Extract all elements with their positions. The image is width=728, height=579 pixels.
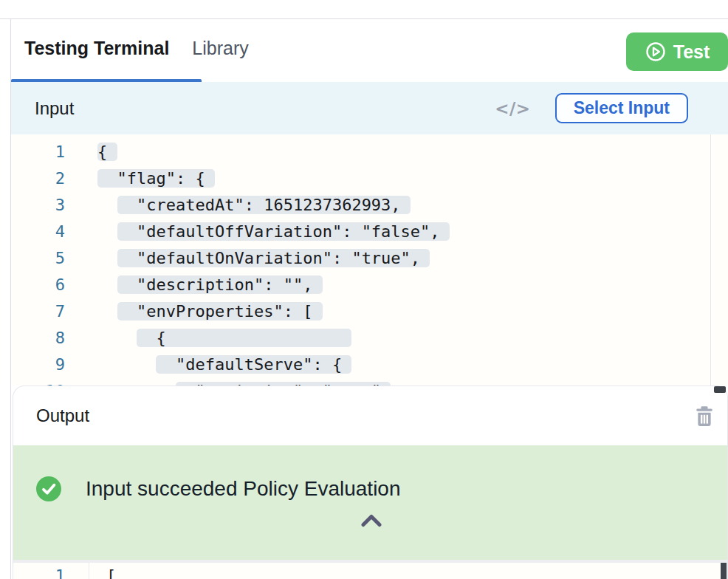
code-line-6[interactable]: 6 "description": "", [11,272,728,298]
chevron-up-icon[interactable] [359,512,384,530]
input-scrollbar-thumb[interactable] [714,386,726,393]
line-number: 6 [11,272,65,298]
line-number: 10 [11,378,65,386]
code-text: "createdAt": 1651237362993, [65,192,411,219]
tab-library[interactable]: Library [192,37,248,59]
code-text: "flag": { [65,165,215,192]
test-button-label: Test [673,41,710,63]
check-circle-icon [36,476,61,501]
line-number: 1 [13,563,89,579]
code-line-1[interactable]: 1{ [11,139,728,165]
success-banner: Input succeeded Policy Evaluation [13,445,728,560]
code-line-2[interactable]: 2 "flag": { [11,165,728,192]
tab-bar: Testing Terminal Library [24,37,249,59]
code-line-5[interactable]: 5 "defaultOnVariation": "true", [11,245,728,272]
success-message: Input succeeded Policy Evaluation [86,477,401,501]
testing-terminal-page: Testing Terminal Library Test Input </> … [0,0,728,579]
line-number: 1 [11,139,65,165]
input-scrollbar-track [710,134,711,386]
play-circle-icon [645,41,667,63]
output-panel: Output [13,386,728,579]
code-text: [ [89,563,116,579]
line-number: 7 [11,298,65,325]
code-line-4[interactable]: 4 "defaultOffVariation": "false", [11,219,728,245]
line-number: 8 [11,325,65,352]
code-line-1[interactable]: 1[ [13,563,728,579]
code-text: { [65,139,117,165]
code-text: { [65,325,351,352]
code-text: "defaultServe": { [65,352,351,378]
code-slash-icon[interactable]: </> [495,99,530,118]
code-text: "envProperties": [ [65,298,323,325]
output-scrollbar-thumb[interactable] [721,563,727,579]
clear-output-button[interactable] [690,401,718,431]
input-code-editor[interactable]: 1{ 2 "flag": { 3 "createdAt": 1651237362… [11,134,728,386]
code-line-7[interactable]: 7 "envProperties": [ [11,298,728,325]
line-number: 2 [11,165,65,192]
tab-testing-terminal[interactable]: Testing Terminal [24,37,169,59]
code-line-10[interactable]: 10 "variation": "true" [11,378,728,386]
code-line-3[interactable]: 3 "createdAt": 1651237362993, [11,192,728,219]
top-divider [0,18,728,19]
input-panel-header: Input </> Select Input [11,82,728,134]
line-number: 9 [11,352,65,378]
test-button[interactable]: Test [626,32,728,71]
code-text: "description": "", [65,272,323,298]
code-text: "defaultOffVariation": "false", [65,219,450,245]
line-number: 3 [11,192,65,219]
code-text: "defaultOnVariation": "true", [65,245,430,272]
code-text: "variation": "true" [65,378,391,386]
output-panel-title: Output [36,405,89,426]
output-panel-header: Output [13,386,727,445]
output-code-viewer[interactable]: 1[ [13,563,728,579]
code-line-8[interactable]: 8 { [11,325,728,352]
select-input-label: Select Input [574,98,670,118]
trash-icon [693,404,715,428]
input-panel-title: Input [35,98,74,119]
code-line-9[interactable]: 9 "defaultServe": { [11,352,728,378]
line-number: 5 [11,245,65,272]
line-number: 4 [11,219,65,245]
select-input-button[interactable]: Select Input [555,93,688,123]
success-banner-row: Input succeeded Policy Evaluation [13,445,728,501]
